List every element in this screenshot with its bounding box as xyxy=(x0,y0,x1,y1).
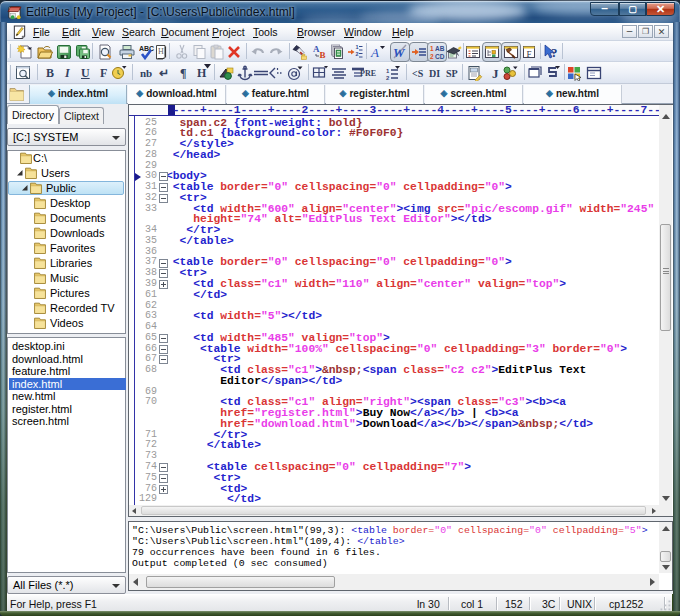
svg-text:1: 1 xyxy=(386,68,390,74)
svg-text:CD: CD xyxy=(435,53,445,60)
svg-text:2: 2 xyxy=(386,75,390,81)
svg-text:W: W xyxy=(393,45,406,60)
svg-text:A: A xyxy=(370,45,379,60)
svg-text:AB: AB xyxy=(435,45,445,52)
svg-text:H: H xyxy=(158,47,164,56)
svg-text:B: B xyxy=(319,50,325,60)
svg-text:F: F xyxy=(527,49,532,59)
svg-text:2: 2 xyxy=(430,53,434,60)
svg-text:1: 1 xyxy=(355,44,358,50)
svg-text:1: 1 xyxy=(430,45,434,52)
svg-text:2: 2 xyxy=(355,51,358,57)
svg-text:?: ? xyxy=(551,45,558,60)
